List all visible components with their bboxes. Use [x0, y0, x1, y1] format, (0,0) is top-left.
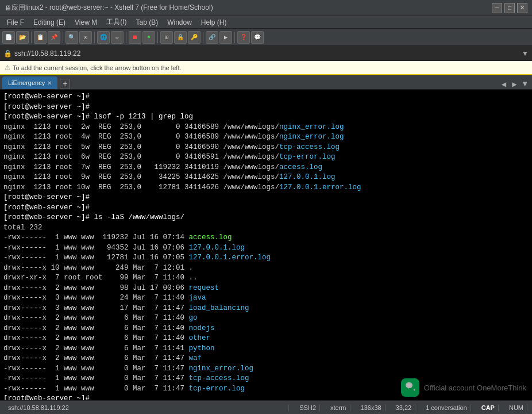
toolbar-chat[interactable]: 💬	[251, 31, 264, 44]
term-line: drwxr-xr-x 7 root root 99 Mar 7 11:40 ..	[3, 273, 529, 283]
toolbar-connect[interactable]: 🔗	[206, 31, 218, 44]
status-cursor: 33,22	[392, 404, 416, 411]
toolbar-sep2	[63, 32, 63, 43]
address-dropdown[interactable]: ▼	[522, 49, 529, 57]
menu-help[interactable]: Help (H)	[196, 17, 232, 28]
status-ssh-address: ssh://10.58.81.119:22	[5, 404, 289, 411]
toolbar-split[interactable]: ⊞	[160, 31, 173, 44]
toolbar-sep6	[203, 32, 203, 43]
term-line: drwx-----x 2 www www 6 Mar 7 11:40 go	[3, 313, 529, 324]
terminal[interactable]: [root@web-server ~]# [root@web-server ~]…	[0, 90, 532, 414]
menu-view[interactable]: View M	[70, 17, 102, 28]
term-line: drwx-----x 2 www www 98 Jul 17 00:06 req…	[3, 283, 529, 294]
status-size: 136x38	[357, 404, 385, 411]
term-line: -rwx------ 1 www www 119232 Jul 16 07:14…	[3, 233, 529, 243]
toolbar-new[interactable]: 📄	[2, 31, 15, 44]
toolbar-sep4	[126, 32, 126, 43]
tabbar: LiEmergency ✕ + ◀ ▶ ▼	[0, 75, 532, 90]
addressbar: 🔒 ssh://10.58.81.119:22 ▼	[0, 46, 532, 61]
maximize-button[interactable]: □	[504, 3, 515, 13]
term-line: drwx-----x 2 www www 6 Mar 7 11:40 other	[3, 334, 529, 344]
term-line: nginx 1213 root 5w REG 253,0 0 34166590 …	[3, 143, 529, 153]
toolbar-lock[interactable]: 🔒	[174, 31, 187, 44]
new-tab-button[interactable]: +	[60, 79, 70, 89]
term-line: -rwx------ 1 www www 12781 Jul 16 07:05 …	[3, 253, 529, 263]
toolbar-search[interactable]: 🔍	[65, 31, 78, 44]
term-line: [root@web-server ~]#	[3, 193, 529, 203]
term-line: [root@web-server ~]# ls -laS /www/wwwlog…	[3, 213, 529, 223]
term-line: drwx-----x 2 www www 6 Mar 7 11:41 pytho…	[3, 344, 529, 354]
titlebar: 🖥 应用linux2 - root@web-server:~ - Xshell …	[0, 0, 532, 16]
term-line: drwx-----x 10 www www 249 Mar 7 12:01 .	[3, 263, 529, 274]
toolbar-sep7	[234, 32, 235, 43]
term-line: nginx 1213 root 9w REG 253,0 34225 34114…	[3, 172, 529, 183]
menu-file[interactable]: File F	[2, 17, 29, 28]
toolbar-globe[interactable]: 🌐	[97, 31, 110, 44]
menubar: File F Editing (E) View M 工具(I) Tab (B) …	[0, 16, 532, 29]
menu-tools[interactable]: 工具(I)	[102, 16, 131, 28]
menu-window[interactable]: Window	[163, 17, 196, 28]
term-line: -rwx------ 1 www www 0 Mar 7 11:47 nginx…	[3, 364, 529, 374]
term-line: nginx 1213 root 4w REG 253,0 0 34166589 …	[3, 132, 529, 143]
menu-edit[interactable]: Editing (E)	[29, 17, 70, 28]
term-line: -rwx------ 1 www www 0 Mar 7 11:47 tcp-e…	[3, 384, 529, 394]
term-line: drwx-----x 2 www www 6 Mar 7 11:40 nodej…	[3, 324, 529, 334]
term-line: nginx 1213 root 6w REG 253,0 0 34166591 …	[3, 152, 529, 163]
tab-menu-button[interactable]: ▼	[521, 79, 530, 89]
info-icon: ⚠	[5, 64, 10, 71]
window-title: 应用linux2 - root@web-server:~ - Xshell 7 …	[11, 3, 492, 13]
infobar: ⚠ To add the current session, click the …	[0, 61, 532, 75]
menu-tab[interactable]: Tab (B)	[131, 17, 163, 28]
tab-li-emergency[interactable]: LiEmergency ✕	[2, 76, 57, 89]
term-line: [root@web-server ~]#	[3, 92, 529, 102]
toolbar-pen[interactable]: ✏	[111, 31, 124, 44]
toolbar-sep3	[94, 32, 95, 43]
toolbar-send[interactable]: ✉	[79, 31, 92, 44]
close-button[interactable]: ✕	[517, 3, 527, 13]
term-line: -rwx------ 1 www www 94352 Jul 16 07:06 …	[3, 243, 529, 254]
status-protocol: SSH2	[296, 404, 320, 411]
tab-prev-button[interactable]: ◀	[499, 79, 508, 89]
term-line: drwx-----x 2 www www 6 Mar 7 11:47 waf	[3, 354, 529, 364]
term-line: nginx 1213 root 7w REG 253,0 119232 3411…	[3, 163, 529, 173]
toolbar: 📄 📂 📋 📌 🔍 ✉ 🌐 ✏ ⏹ ● ⊞ 🔒 🔑 🔗 ▶ ❓ 💬	[0, 29, 532, 46]
toolbar-record[interactable]: ●	[142, 31, 155, 44]
status-session: 1 conversation	[422, 404, 471, 411]
status-encoding: xterm	[327, 404, 350, 411]
term-line: drwx-----x 3 www www 17 Mar 7 11:47 load…	[3, 304, 529, 314]
toolbar-stop[interactable]: ⏹	[129, 31, 141, 44]
minimize-button[interactable]: ─	[492, 3, 502, 13]
toolbar-paste[interactable]: 📌	[48, 31, 60, 44]
term-line: nginx 1213 root 2w REG 253,0 0 34166589 …	[3, 122, 529, 133]
term-line: nginx 1213 root 10w REG 253,0 12781 3411…	[3, 183, 529, 193]
term-line: [root@web-server ~]#	[3, 203, 529, 213]
tab-navigation: ◀ ▶ ▼	[499, 79, 530, 89]
toolbar-open[interactable]: 📂	[16, 31, 29, 44]
tab-close-button[interactable]: ✕	[47, 80, 52, 86]
toolbar-sep1	[31, 32, 32, 43]
term-line: drwx-----x 3 www www 24 Mar 7 11:40 java	[3, 293, 529, 304]
infobar-text: To add the current session, click the ar…	[13, 64, 182, 71]
tab-label: LiEmergency	[8, 79, 45, 86]
term-line: [root@web-server ~]#	[3, 102, 529, 113]
term-line: -rwx------ 1 www www 0 Mar 7 11:47 tcp-a…	[3, 374, 529, 384]
tab-next-button[interactable]: ▶	[510, 79, 519, 89]
toolbar-help[interactable]: ❓	[237, 31, 250, 44]
title-icon: 🖥	[5, 4, 11, 12]
toolbar-sep5	[157, 32, 158, 43]
term-line: [root@web-server ~]# lsof -p 1213 | grep…	[3, 112, 529, 122]
statusbar: ssh://10.58.81.119:22 SSH2 xterm 136x38 …	[0, 400, 532, 414]
toolbar-more[interactable]: ▶	[219, 31, 232, 44]
toolbar-copy[interactable]: 📋	[34, 31, 47, 44]
address-text[interactable]: ssh://10.58.81.119:22	[14, 49, 80, 57]
lock-icon: 🔒	[3, 49, 12, 57]
status-cap: CAP	[478, 404, 499, 411]
status-num: NUM	[506, 404, 527, 411]
toolbar-key[interactable]: 🔑	[188, 31, 201, 44]
term-line: total 232	[3, 223, 529, 233]
